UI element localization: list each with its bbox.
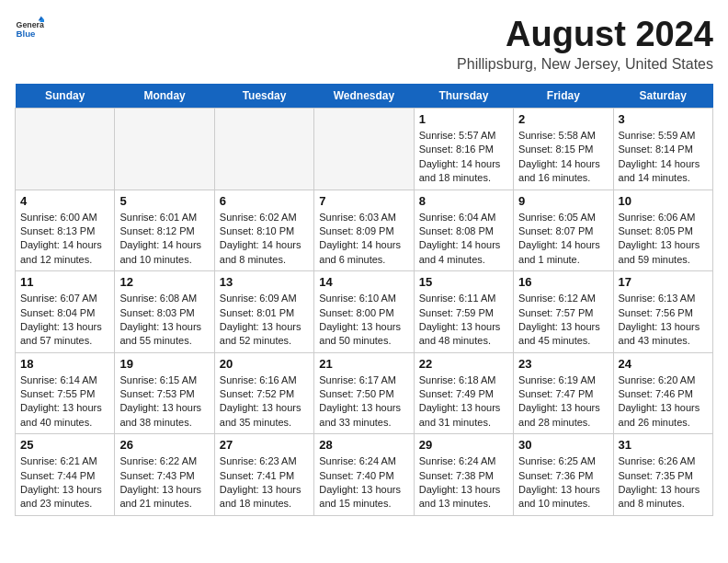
calendar-cell [214,109,313,190]
date-number: 22 [419,357,508,371]
calendar-week-row: 11Sunrise: 6:07 AMSunset: 8:04 PMDayligh… [16,271,713,353]
cell-info: and 1 minute. [518,253,608,267]
cell-info: Sunset: 7:36 PM [518,469,608,483]
cell-info: Sunrise: 6:25 AM [518,454,608,468]
cell-info: and 50 minutes. [319,334,408,348]
calendar-week-row: 18Sunrise: 6:14 AMSunset: 7:55 PMDayligh… [16,352,713,434]
cell-info: Sunrise: 6:12 AM [518,292,608,305]
calendar-cell: 21Sunrise: 6:17 AMSunset: 7:50 PMDayligh… [314,352,414,434]
title-block: August 2024 Phillipsburg, New Jersey, Un… [457,15,713,73]
cell-info: and 18 minutes. [220,497,309,511]
cell-info: Sunrise: 6:26 AM [619,454,708,468]
page-header: General Blue August 2024 Phillipsburg, N… [15,15,713,73]
calendar-cell: 14Sunrise: 6:10 AMSunset: 8:00 PMDayligh… [314,271,414,353]
calendar-cell: 11Sunrise: 6:07 AMSunset: 8:04 PMDayligh… [16,271,115,353]
calendar-cell: 24Sunrise: 6:20 AMSunset: 7:46 PMDayligh… [613,352,712,434]
cell-info: Daylight: 14 hours [518,238,608,252]
date-number: 9 [518,194,608,208]
cell-info: Sunset: 8:01 PM [220,306,309,320]
cell-info: and 23 minutes. [20,497,109,511]
cell-info: and 10 minutes. [518,497,608,511]
cell-info: Daylight: 14 hours [20,238,109,252]
cell-info: Sunset: 7:38 PM [419,469,508,483]
calendar-cell: 19Sunrise: 6:15 AMSunset: 7:53 PMDayligh… [115,352,214,434]
cell-info: and 52 minutes. [220,334,309,348]
cell-info: Sunrise: 6:20 AM [619,373,708,387]
cell-info: and 6 minutes. [319,253,408,267]
cell-info: and 45 minutes. [518,334,608,348]
cell-info: Sunset: 8:15 PM [518,143,608,156]
date-number: 21 [319,357,408,371]
cell-info: Daylight: 13 hours [220,483,309,497]
calendar-cell: 17Sunrise: 6:13 AMSunset: 7:56 PMDayligh… [613,271,712,353]
calendar-cell: 16Sunrise: 6:12 AMSunset: 7:57 PMDayligh… [514,271,613,353]
day-header-wednesday: Wednesday [314,84,414,109]
cell-info: Sunrise: 6:24 AM [319,454,408,468]
date-number: 29 [419,438,508,452]
date-number: 27 [220,438,309,452]
calendar-week-row: 4Sunrise: 6:00 AMSunset: 8:13 PMDaylight… [16,190,713,271]
date-number: 13 [220,275,309,289]
calendar-cell: 1Sunrise: 5:57 AMSunset: 8:16 PMDaylight… [414,109,513,190]
cell-info: Sunset: 8:09 PM [319,224,408,238]
cell-info: and 8 minutes. [220,253,309,267]
logo: General Blue [15,15,44,44]
cell-info: and 26 minutes. [619,416,708,430]
cell-info: Daylight: 14 hours [419,157,508,171]
cell-info: Sunset: 7:46 PM [619,387,708,401]
date-number: 16 [518,275,608,289]
cell-info: Sunset: 8:08 PM [419,224,508,238]
cell-info: Daylight: 13 hours [319,320,408,334]
cell-info: Sunset: 7:57 PM [518,306,608,320]
cell-info: and 59 minutes. [619,253,708,267]
cell-info: and 15 minutes. [319,497,408,511]
cell-info: and 13 minutes. [419,497,508,511]
cell-info: Sunset: 8:10 PM [220,224,309,238]
cell-info: and 28 minutes. [518,416,608,430]
cell-info: Daylight: 13 hours [220,401,309,415]
calendar-cell [314,109,414,190]
cell-info: Sunset: 7:35 PM [619,469,708,483]
date-number: 7 [319,194,408,208]
cell-info: Sunrise: 6:00 AM [20,211,109,224]
cell-info: Sunset: 8:03 PM [119,306,209,320]
cell-info: Daylight: 14 hours [518,157,608,171]
calendar-cell: 4Sunrise: 6:00 AMSunset: 8:13 PMDaylight… [16,190,115,271]
calendar-cell: 12Sunrise: 6:08 AMSunset: 8:03 PMDayligh… [115,271,214,353]
cell-info: Sunrise: 5:58 AM [518,129,608,143]
cell-info: Daylight: 13 hours [20,320,109,334]
cell-info: Sunrise: 6:06 AM [619,211,708,224]
page-subtitle: Phillipsburg, New Jersey, United States [457,56,713,73]
cell-info: and 35 minutes. [220,416,309,430]
cell-info: Sunrise: 6:23 AM [220,454,309,468]
cell-info: Daylight: 13 hours [419,401,508,415]
cell-info: Sunrise: 6:07 AM [20,292,109,305]
cell-info: Sunset: 7:56 PM [619,306,708,320]
cell-info: Sunrise: 6:05 AM [518,211,608,224]
cell-info: Daylight: 13 hours [119,320,209,334]
calendar-cell: 18Sunrise: 6:14 AMSunset: 7:55 PMDayligh… [16,352,115,434]
calendar-cell: 8Sunrise: 6:04 AMSunset: 8:08 PMDaylight… [414,190,513,271]
cell-info: Sunset: 8:07 PM [518,224,608,238]
date-number: 15 [419,275,508,289]
date-number: 19 [119,357,209,371]
cell-info: Sunrise: 6:02 AM [220,211,309,224]
cell-info: and 48 minutes. [419,334,508,348]
cell-info: Daylight: 14 hours [419,238,508,252]
cell-info: and 4 minutes. [419,253,508,267]
date-number: 18 [20,357,109,371]
cell-info: Sunset: 7:53 PM [119,387,209,401]
cell-info: Daylight: 13 hours [319,483,408,497]
cell-info: Daylight: 13 hours [319,401,408,415]
calendar-cell: 25Sunrise: 6:21 AMSunset: 7:44 PMDayligh… [16,434,115,516]
cell-info: Daylight: 13 hours [619,238,708,252]
calendar-cell: 10Sunrise: 6:06 AMSunset: 8:05 PMDayligh… [613,190,712,271]
cell-info: Daylight: 14 hours [119,238,209,252]
cell-info: and 18 minutes. [419,171,508,185]
calendar-cell: 3Sunrise: 5:59 AMSunset: 8:14 PMDaylight… [613,109,712,190]
cell-info: and 43 minutes. [619,334,708,348]
cell-info: Sunrise: 6:17 AM [319,373,408,387]
cell-info: Sunset: 8:12 PM [119,224,209,238]
cell-info: Daylight: 13 hours [518,483,608,497]
calendar-cell: 6Sunrise: 6:02 AMSunset: 8:10 PMDaylight… [214,190,313,271]
